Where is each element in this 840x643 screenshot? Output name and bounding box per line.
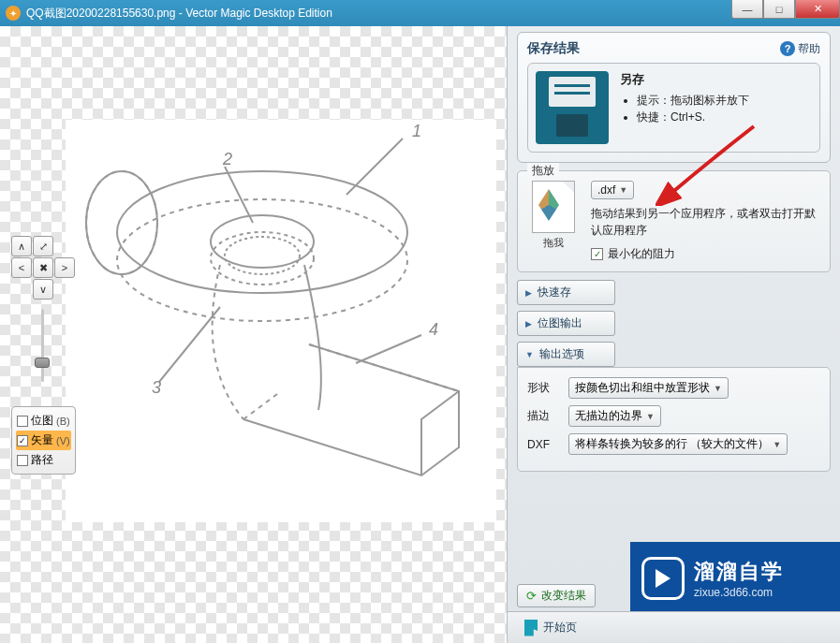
svg-text:1: 1	[412, 122, 421, 140]
change-result-button[interactable]: ⟳ 改变结果	[517, 584, 596, 607]
svg-line-8	[346, 139, 403, 195]
quicksave-button[interactable]: ▶ 快速存	[517, 280, 615, 305]
svg-line-7	[159, 307, 220, 382]
chevron-down-icon: ▼	[646, 412, 655, 421]
min-resist-row[interactable]: ✓ 最小化的阻力	[591, 246, 820, 262]
layer-vector-row[interactable]: ✓ 矢量 (V)	[16, 431, 71, 450]
svg-point-1	[117, 199, 407, 321]
dxf-label: DXF	[527, 438, 559, 451]
save-result-panel: 保存结果 ? 帮助 另存 提示：拖动图标并放下 快捷：Ctrl+S.	[517, 32, 831, 163]
chevron-down-icon: ▼	[714, 384, 722, 393]
drag-file-icon[interactable]	[532, 181, 575, 233]
play-icon	[641, 557, 685, 600]
path-checkbox[interactable]	[17, 455, 28, 466]
svg-line-10	[356, 335, 421, 363]
drag-group-label: 拖放	[527, 163, 559, 179]
nav-fit-button[interactable]: ⤢	[33, 236, 53, 256]
help-icon: ?	[780, 41, 795, 56]
shape-label: 形状	[527, 380, 559, 396]
title-appname: Vector Magic Desktop Edition	[185, 7, 332, 20]
stroke-select[interactable]: 无描边的边界 ▼	[568, 405, 661, 427]
svg-line-9	[225, 167, 253, 223]
drag-source[interactable]: 拖我	[527, 181, 580, 250]
layer-panel: 位图 (B) ✓ 矢量 (V) 路径	[11, 406, 76, 475]
output-options-button[interactable]: ▼ 输出选项	[517, 342, 615, 367]
format-select[interactable]: .dxf ▼	[591, 181, 634, 199]
layer-bitmap-row[interactable]: 位图 (B)	[16, 411, 71, 431]
bitmap-key: (B)	[56, 416, 70, 427]
title-filename: QQ截图20200228155630.png	[26, 6, 175, 22]
svg-text:2: 2	[222, 150, 232, 168]
path-label: 路径	[31, 452, 53, 468]
chevron-down-icon: ▼	[619, 185, 627, 195]
save-as-label: 另存	[620, 71, 749, 88]
nav-up-button[interactable]: ∧	[11, 236, 32, 256]
vector-checkbox[interactable]: ✓	[17, 435, 28, 446]
save-tip: 提示：拖动图标并放下	[637, 92, 749, 109]
bottom-bar: ⟳ 改变结果 开始页	[508, 611, 840, 643]
bitmap-output-button[interactable]: ▶ 位图输出	[517, 311, 615, 336]
floppy-icon[interactable]	[536, 71, 609, 144]
bitmap-label: 位图	[31, 413, 53, 429]
dxf-select[interactable]: 将样条转换为较多的行 （较大的文件） ▼	[568, 433, 788, 455]
svg-text:3: 3	[152, 378, 161, 397]
layer-path-row[interactable]: 路径	[16, 450, 71, 470]
right-sidebar: 保存结果 ? 帮助 另存 提示：拖动图标并放下 快捷：Ctrl+S.	[508, 26, 840, 643]
help-button[interactable]: ? 帮助	[780, 41, 820, 57]
output-options-panel: 形状 按颜色切出和组中放置形状 ▼ 描边 无描边的边界 ▼ DXF 将样条转换为…	[517, 367, 831, 472]
app-icon: ✦	[6, 6, 21, 21]
refresh-icon: ⟳	[526, 589, 537, 603]
start-page-button[interactable]: 开始页	[517, 617, 584, 639]
watermark: 溜溜自学 zixue.3d66.com	[630, 542, 840, 615]
minimize-button[interactable]: —	[731, 0, 763, 19]
bitmap-checkbox[interactable]	[17, 416, 28, 427]
vector-key: (V)	[56, 435, 70, 446]
vector-drawing: 1 2 3 4	[66, 120, 496, 522]
min-resist-checkbox[interactable]: ✓	[591, 248, 603, 260]
maximize-button[interactable]: □	[763, 0, 795, 19]
save-result-title: 保存结果	[527, 40, 580, 57]
vector-label: 矢量	[31, 432, 53, 448]
save-shortcut: 快捷：Ctrl+S.	[637, 109, 749, 125]
svg-text:4: 4	[429, 320, 438, 339]
flag-icon	[524, 620, 538, 636]
title-bar: ✦ QQ截图20200228155630.png - Vector Magic …	[0, 0, 840, 26]
nav-left-button[interactable]: <	[11, 257, 32, 278]
triangle-down-icon: ▼	[525, 350, 534, 359]
svg-point-5	[211, 232, 314, 285]
nav-reset-button[interactable]: ✖	[33, 257, 53, 278]
chevron-down-icon: ▼	[773, 440, 781, 449]
drag-drop-group: 拖放 拖我 .dxf ▼ 拖动结果到另一个应用程序，或者双击打开默认应用程序 ✓…	[517, 170, 831, 272]
canvas-area[interactable]: 1 2 3 4 ∧ ⤢ < ✖ > ∨ 位图 (B)	[0, 26, 508, 643]
nav-down-button[interactable]: ∨	[33, 279, 53, 300]
nav-right-button[interactable]: >	[54, 257, 75, 278]
stroke-label: 描边	[527, 408, 559, 424]
nav-pad: ∧ ⤢ < ✖ > ∨	[11, 236, 75, 300]
shape-select[interactable]: 按颜色切出和组中放置形状 ▼	[568, 377, 729, 399]
triangle-right-icon: ▶	[525, 288, 532, 298]
save-as-box: 另存 提示：拖动图标并放下 快捷：Ctrl+S.	[527, 63, 820, 153]
close-button[interactable]: ✕	[795, 0, 840, 19]
drag-description: 拖动结果到另一个应用程序，或者双击打开默认应用程序	[591, 205, 820, 239]
zoom-slider-thumb[interactable]	[35, 358, 50, 368]
triangle-right-icon: ▶	[525, 319, 532, 329]
zoom-slider[interactable]	[33, 309, 52, 382]
